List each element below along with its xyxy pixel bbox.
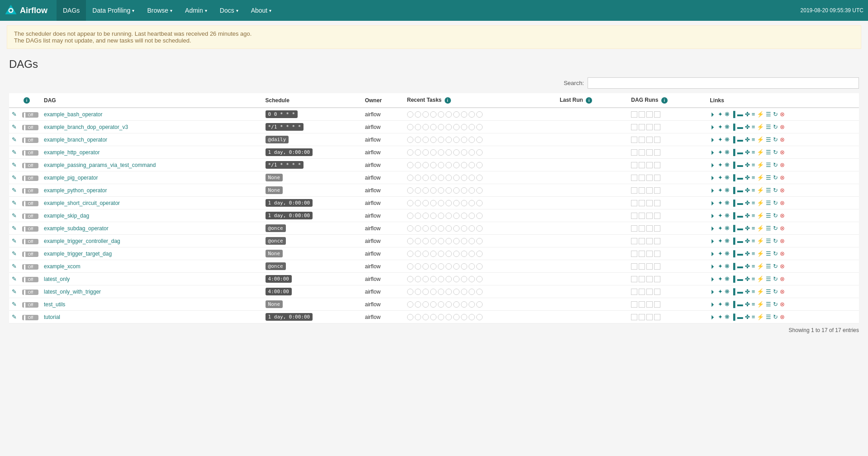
- graph-view-icon[interactable]: ❋: [725, 162, 730, 168]
- tree-view-icon[interactable]: ✦: [718, 212, 723, 219]
- landing-times-icon[interactable]: ✤: [745, 149, 750, 156]
- tree-view-icon[interactable]: ✦: [718, 288, 723, 295]
- trigger-dag-icon[interactable]: ⏵: [710, 238, 716, 244]
- code-icon[interactable]: ≡: [752, 276, 755, 282]
- dag-toggle[interactable]: ▌ Off: [22, 112, 38, 118]
- code-icon[interactable]: ≡: [752, 200, 755, 206]
- refresh-icon[interactable]: ↻: [773, 225, 778, 232]
- gantt-icon[interactable]: ▬: [737, 200, 743, 206]
- graph-view-icon[interactable]: ❋: [725, 238, 730, 244]
- dag-toggle[interactable]: ▌ Off: [22, 150, 38, 156]
- nav-data-profiling[interactable]: Data Profiling ▾: [86, 0, 141, 21]
- dag-name-link[interactable]: latest_only_with_trigger: [44, 289, 101, 295]
- code-icon[interactable]: ≡: [752, 263, 755, 270]
- details-icon[interactable]: ☰: [766, 136, 771, 143]
- refresh-icon[interactable]: ↻: [773, 301, 778, 308]
- code-icon[interactable]: ≡: [752, 314, 755, 320]
- edit-icon[interactable]: ✎: [12, 136, 17, 143]
- graph-view-icon[interactable]: ❋: [725, 301, 730, 308]
- graph-view-icon[interactable]: ❋: [725, 276, 730, 282]
- dag-toggle[interactable]: ▌ Off: [22, 176, 38, 181]
- delete-dag-icon[interactable]: ⊗: [780, 212, 785, 219]
- refresh-icon[interactable]: ↻: [773, 124, 778, 130]
- delete-dag-icon[interactable]: ⊗: [780, 162, 785, 168]
- gantt-icon[interactable]: ▬: [737, 276, 743, 282]
- trigger-dag-icon[interactable]: ⏵: [710, 149, 716, 156]
- delete-dag-icon[interactable]: ⊗: [780, 200, 785, 206]
- edit-icon[interactable]: ✎: [12, 314, 17, 320]
- delete-dag-icon[interactable]: ⊗: [780, 225, 785, 232]
- graph-view-icon[interactable]: ❋: [725, 149, 730, 156]
- edit-icon[interactable]: ✎: [12, 263, 17, 270]
- logs-icon[interactable]: ⚡: [757, 301, 764, 308]
- delete-dag-icon[interactable]: ⊗: [780, 149, 785, 156]
- trigger-dag-icon[interactable]: ⏵: [710, 288, 716, 295]
- trigger-dag-icon[interactable]: ⏵: [710, 225, 716, 232]
- landing-times-icon[interactable]: ✤: [745, 276, 750, 282]
- graph-view-icon[interactable]: ❋: [725, 314, 730, 320]
- code-icon[interactable]: ≡: [752, 174, 755, 181]
- code-icon[interactable]: ≡: [752, 250, 755, 257]
- tree-view-icon[interactable]: ✦: [718, 301, 723, 308]
- duration-icon[interactable]: ▐: [731, 124, 735, 130]
- nav-dags[interactable]: DAGs: [57, 0, 86, 21]
- dag-toggle[interactable]: ▌ Off: [22, 302, 38, 308]
- tree-view-icon[interactable]: ✦: [718, 276, 723, 282]
- details-icon[interactable]: ☰: [766, 263, 771, 270]
- gantt-icon[interactable]: ▬: [737, 288, 743, 295]
- refresh-icon[interactable]: ↻: [773, 263, 778, 270]
- refresh-icon[interactable]: ↻: [773, 174, 778, 181]
- trigger-dag-icon[interactable]: ⏵: [710, 301, 716, 308]
- landing-times-icon[interactable]: ✤: [745, 250, 750, 257]
- graph-view-icon[interactable]: ❋: [725, 263, 730, 270]
- tree-view-icon[interactable]: ✦: [718, 250, 723, 257]
- refresh-icon[interactable]: ↻: [773, 162, 778, 168]
- search-input[interactable]: [588, 77, 859, 89]
- trigger-dag-icon[interactable]: ⏵: [710, 187, 716, 194]
- duration-icon[interactable]: ▐: [731, 250, 735, 257]
- logs-icon[interactable]: ⚡: [757, 250, 764, 257]
- refresh-icon[interactable]: ↻: [773, 187, 778, 194]
- gantt-icon[interactable]: ▬: [737, 124, 743, 130]
- code-icon[interactable]: ≡: [752, 301, 755, 308]
- dag-name-link[interactable]: example_passing_params_via_test_command: [44, 162, 156, 168]
- landing-times-icon[interactable]: ✤: [745, 136, 750, 143]
- landing-times-icon[interactable]: ✤: [745, 187, 750, 194]
- details-icon[interactable]: ☰: [766, 225, 771, 232]
- landing-times-icon[interactable]: ✤: [745, 263, 750, 270]
- trigger-dag-icon[interactable]: ⏵: [710, 174, 716, 181]
- trigger-dag-icon[interactable]: ⏵: [710, 263, 716, 270]
- dag-name-link[interactable]: test_utils: [44, 301, 65, 308]
- trigger-dag-icon[interactable]: ⏵: [710, 136, 716, 143]
- dag-runs-info-icon[interactable]: i: [661, 97, 668, 104]
- delete-dag-icon[interactable]: ⊗: [780, 250, 785, 257]
- duration-icon[interactable]: ▐: [731, 301, 735, 308]
- logs-icon[interactable]: ⚡: [757, 111, 764, 118]
- gantt-icon[interactable]: ▬: [737, 301, 743, 308]
- duration-icon[interactable]: ▐: [731, 136, 735, 143]
- logs-icon[interactable]: ⚡: [757, 276, 764, 282]
- graph-view-icon[interactable]: ❋: [725, 174, 730, 181]
- delete-dag-icon[interactable]: ⊗: [780, 111, 785, 118]
- duration-icon[interactable]: ▐: [731, 314, 735, 320]
- nav-admin[interactable]: Admin ▾: [179, 0, 213, 21]
- landing-times-icon[interactable]: ✤: [745, 200, 750, 206]
- dag-name-link[interactable]: example_skip_dag: [44, 213, 89, 219]
- edit-icon[interactable]: ✎: [12, 212, 17, 219]
- landing-times-icon[interactable]: ✤: [745, 301, 750, 308]
- edit-icon[interactable]: ✎: [12, 174, 17, 181]
- edit-icon[interactable]: ✎: [12, 301, 17, 308]
- dag-name-link[interactable]: example_trigger_controller_dag: [44, 238, 120, 244]
- dag-toggle[interactable]: ▌ Off: [22, 239, 38, 244]
- refresh-icon[interactable]: ↻: [773, 136, 778, 143]
- edit-icon[interactable]: ✎: [12, 225, 17, 232]
- code-icon[interactable]: ≡: [752, 238, 755, 244]
- trigger-dag-icon[interactable]: ⏵: [710, 111, 716, 118]
- landing-times-icon[interactable]: ✤: [745, 174, 750, 181]
- code-icon[interactable]: ≡: [752, 212, 755, 219]
- details-icon[interactable]: ☰: [766, 250, 771, 257]
- nav-about[interactable]: About ▾: [245, 0, 278, 21]
- details-icon[interactable]: ☰: [766, 212, 771, 219]
- dag-name-link[interactable]: example_branch_operator: [44, 137, 107, 143]
- duration-icon[interactable]: ▐: [731, 149, 735, 156]
